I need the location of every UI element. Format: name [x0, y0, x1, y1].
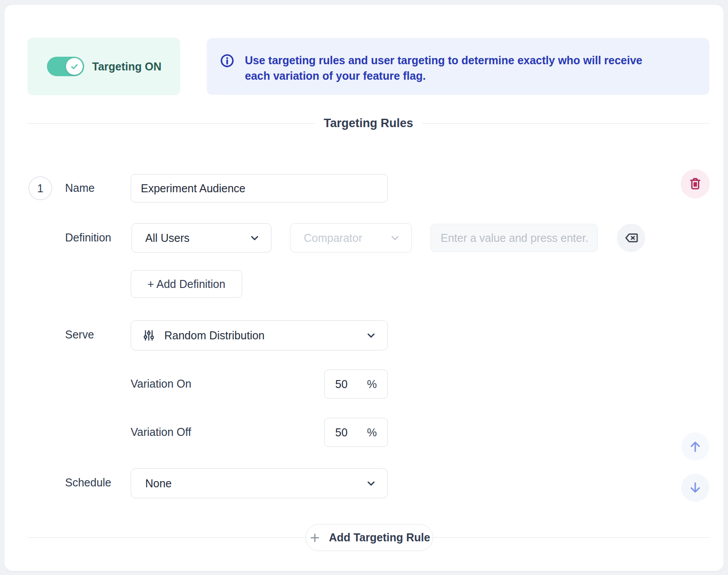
section-title: Targeting Rules [324, 117, 413, 130]
percent-sign: % [367, 426, 377, 439]
definition-audience-select[interactable]: All Users [132, 223, 271, 253]
delete-rule-button[interactable] [681, 169, 710, 198]
schedule-label: Schedule [65, 476, 111, 489]
check-icon [70, 62, 79, 71]
backspace-icon [624, 231, 638, 245]
variation-on-percentage-input[interactable]: 50 % [324, 369, 388, 399]
name-label: Name [65, 182, 95, 194]
arrow-down-icon [688, 480, 703, 495]
definition-audience-value: All Users [145, 232, 190, 245]
add-targeting-rule-label: Add Targeting Rule [329, 531, 430, 544]
variation-off-value: 50 [335, 426, 348, 439]
divider-line [422, 123, 709, 124]
definition-label: Definition [65, 231, 111, 244]
serve-value: Random Distribution [164, 329, 265, 342]
info-icon [219, 53, 235, 69]
variation-on-label: Variation On [131, 377, 191, 390]
rule-number-badge: 1 [28, 176, 52, 200]
schedule-select[interactable]: None [131, 468, 388, 498]
variation-off-label: Variation Off [131, 426, 191, 439]
serve-label: Serve [65, 328, 94, 341]
move-rule-down-button[interactable] [681, 474, 709, 502]
variation-on-value: 50 [335, 378, 348, 391]
targeting-info-banner: Use targeting rules and user targeting t… [207, 38, 709, 95]
clear-values-button[interactable] [617, 224, 645, 252]
toggle-knob [66, 58, 83, 75]
comparator-placeholder: Comparator [304, 232, 362, 245]
plus-icon [309, 532, 321, 544]
targeting-status-panel: Targeting ON [27, 38, 180, 95]
chevron-down-icon [389, 232, 401, 244]
chevron-down-icon [365, 478, 377, 489]
add-definition-button[interactable]: + Add Definition [131, 270, 242, 298]
definition-value-input[interactable] [430, 224, 598, 252]
arrow-up-icon [688, 439, 703, 454]
targeting-rules-heading: Targeting Rules [27, 111, 709, 135]
serve-select[interactable]: Random Distribution [131, 320, 388, 350]
chevron-down-icon [249, 232, 260, 244]
targeting-toggle-label: Targeting ON [92, 60, 161, 73]
divider-line [27, 123, 315, 124]
info-banner-text: Use targeting rules and user targeting t… [245, 53, 661, 84]
move-rule-up-button[interactable] [681, 432, 709, 461]
trash-icon [688, 177, 702, 191]
targeting-panel: Targeting ON Use targeting rules and use… [4, 5, 724, 571]
percent-sign: % [367, 378, 377, 391]
chevron-down-icon [365, 330, 377, 341]
variation-off-percentage-input[interactable]: 50 % [324, 418, 388, 447]
comparator-select[interactable]: Comparator [290, 223, 412, 253]
targeting-toggle[interactable] [47, 57, 84, 76]
schedule-value: None [145, 477, 172, 490]
rule-name-input[interactable] [131, 174, 388, 202]
sliders-icon [142, 329, 155, 342]
add-targeting-rule-button[interactable]: Add Targeting Rule [306, 524, 433, 551]
